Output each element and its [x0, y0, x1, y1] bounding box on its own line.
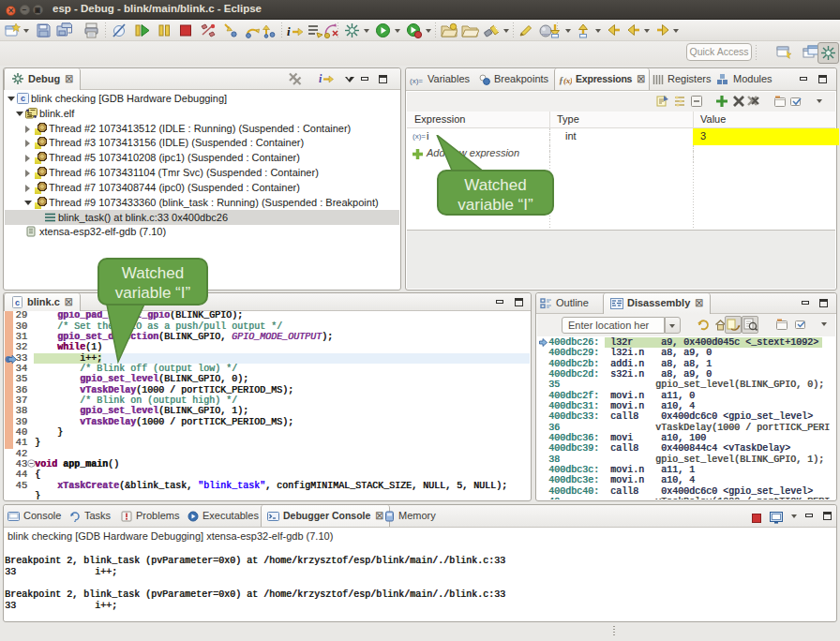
svg-text:c: c	[15, 298, 20, 307]
svg-text:c: c	[21, 94, 25, 103]
svg-text:(x)=: (x)=	[410, 77, 423, 85]
svg-text:i: i	[287, 24, 291, 38]
svg-text:(x)=: (x)=	[412, 132, 426, 141]
svg-text:(x): (x)	[563, 76, 572, 85]
svg-text:i: i	[319, 72, 322, 85]
